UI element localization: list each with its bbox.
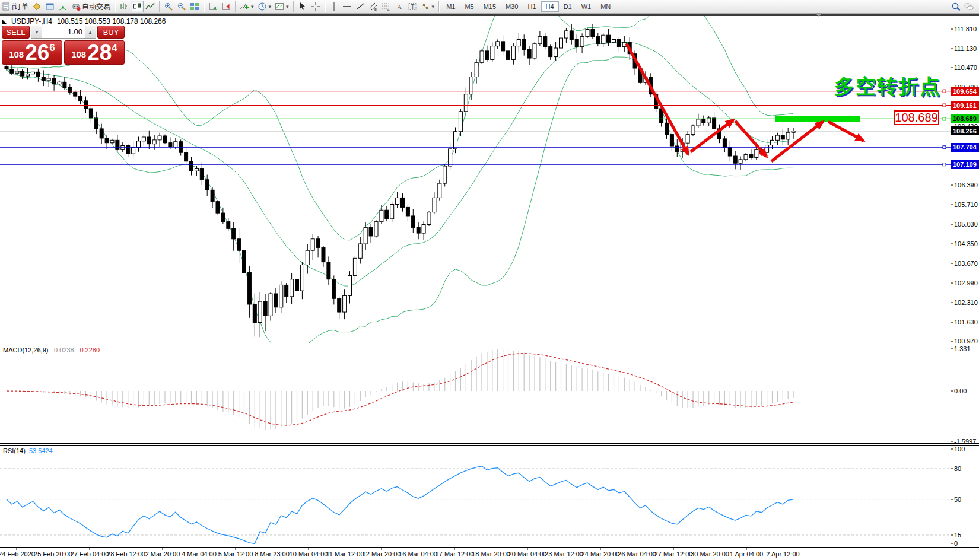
time-axis-label: 30 Mar 20:00 — [691, 551, 729, 558]
time-axis-label: 26 Mar 04:00 — [618, 551, 656, 558]
auto-scroll-icon — [208, 2, 218, 11]
sell-price-sup: 6 — [49, 42, 55, 54]
timeframe-bar: M1M5M15M30H1H4D1W1MN — [441, 1, 615, 12]
zoom-out-icon — [177, 2, 186, 11]
rsi-axis-label: 80 — [954, 465, 961, 472]
rsi-axis-label: 15 — [954, 532, 961, 539]
tile-windows-icon — [190, 2, 199, 11]
time-axis-label: 20 Mar 04:00 — [508, 551, 547, 558]
zoom-in-icon — [164, 2, 173, 11]
buy-price-big: 28 — [87, 43, 112, 63]
time-axis-label: 2 Apr 12:00 — [766, 551, 799, 558]
chart-window-icon — [45, 2, 55, 11]
svg-text:E: E — [374, 8, 377, 11]
timeframe-h4[interactable]: H4 — [541, 1, 559, 12]
auto-scroll-button[interactable] — [206, 1, 220, 12]
crosshair-button[interactable] — [309, 1, 322, 12]
search-button[interactable] — [949, 1, 962, 12]
svg-text:F: F — [387, 8, 390, 12]
price-level-badge: 109.654 — [951, 87, 979, 96]
time-axis-label: 24 Mar 20:00 — [581, 551, 620, 558]
price-level-badge: 109.161 — [951, 101, 979, 110]
zoom-out-button[interactable] — [175, 1, 188, 12]
time-axis-label: 17 Mar 12:00 — [436, 551, 474, 558]
auto-trading-label: 自动交易 — [82, 2, 110, 12]
chat-icon — [964, 2, 974, 11]
tile-windows-button[interactable] — [188, 1, 201, 12]
buy-price-prefix: 108 — [71, 49, 86, 59]
zoom-in-button[interactable] — [162, 1, 175, 12]
bar-chart-button[interactable] — [117, 1, 131, 12]
panel-splitter-handle[interactable] — [815, 13, 822, 17]
periods-button[interactable]: ▾ — [256, 1, 274, 12]
cursor-button[interactable] — [296, 1, 309, 12]
auto-trading-button[interactable]: 自动交易 — [69, 1, 112, 12]
chart-canvas[interactable] — [0, 0, 979, 560]
timeframe-m5[interactable]: M5 — [460, 1, 478, 12]
macd-axis-label: 1.331 — [954, 345, 971, 352]
trend-line-icon — [355, 2, 365, 11]
chart-shift-icon — [221, 2, 231, 11]
timeframe-d1[interactable]: D1 — [559, 1, 577, 12]
timeframe-h1[interactable]: H1 — [523, 1, 541, 12]
lot-size-box: ▼ 1.00 ▲ — [31, 26, 96, 39]
horizontal-line-button[interactable] — [341, 1, 354, 12]
time-axis-label: 18 Mar 20:00 — [472, 551, 510, 558]
lot-increase-button[interactable]: ▲ — [85, 26, 96, 38]
time-axis-label: 8 Mar 23:00 — [255, 551, 290, 558]
time-axis-label: 27 Feb 04:00 — [71, 551, 109, 558]
trend-line-button[interactable] — [354, 1, 367, 12]
price-axis-label: 103.670 — [954, 260, 978, 267]
gold-button[interactable] — [30, 1, 43, 12]
sell-price-button[interactable]: 108 26 6 — [2, 40, 62, 65]
signals-button[interactable] — [56, 1, 69, 12]
templates-button[interactable]: ▾ — [273, 1, 291, 12]
fibonacci-button[interactable]: F — [380, 1, 393, 12]
cursor-icon — [298, 2, 307, 11]
price-axis-label: 104.350 — [954, 240, 978, 247]
one-click-trading-panel: SELL ▼ 1.00 ▲ BUY 108 26 6 108 28 4 — [1, 25, 125, 65]
price-axis-label: 111.810 — [954, 26, 977, 33]
channel-button[interactable]: E — [367, 1, 380, 12]
chart-shift-button[interactable] — [220, 1, 233, 12]
lot-size-value[interactable]: 1.00 — [42, 26, 85, 38]
text-button[interactable]: A — [393, 1, 406, 12]
bar-chart-icon — [119, 2, 129, 11]
indicators-icon — [240, 2, 249, 11]
timeframe-m15[interactable]: M15 — [479, 1, 501, 12]
price-axis-label: 111.130 — [954, 45, 977, 52]
text-label-button[interactable]: T — [406, 1, 419, 12]
buy-button[interactable]: BUY — [97, 26, 125, 39]
lot-decrease-button[interactable]: ▼ — [31, 26, 42, 38]
timeframe-mn[interactable]: MN — [596, 1, 615, 12]
time-axis-label: 27 Mar 12:00 — [654, 551, 693, 558]
timeframe-w1[interactable]: W1 — [577, 1, 596, 12]
buy-price-sup: 4 — [112, 42, 117, 54]
line-chart-button[interactable] — [144, 1, 157, 12]
timeframe-m1[interactable]: M1 — [441, 1, 460, 12]
price-axis-label: 101.630 — [954, 319, 978, 326]
signals-icon — [58, 2, 68, 11]
candlestick-chart-icon — [132, 2, 142, 11]
chart-window-button[interactable] — [43, 1, 56, 12]
vertical-line-button[interactable] — [328, 1, 341, 12]
sell-button[interactable]: SELL — [2, 26, 30, 39]
chat-button[interactable] — [962, 1, 975, 12]
candlestick-chart-button[interactable] — [131, 1, 144, 12]
macd-title: MACD(12,26,9)-0.0238-0.2280 — [3, 346, 100, 354]
buy-price-button[interactable]: 108 28 4 — [64, 40, 125, 65]
new-order-button[interactable]: 新订单 — [0, 1, 30, 12]
time-axis-label: 28 Feb 12:00 — [107, 551, 145, 558]
svg-text:T: T — [411, 4, 414, 10]
rsi-label: RSI(14) — [3, 447, 26, 454]
new-order-label: 新订单 — [12, 2, 28, 11]
price-axis-label: 105.030 — [954, 221, 978, 228]
chart-title: USDJPY-,H4 108.515 108.553 108.178 108.2… — [2, 17, 166, 26]
rsi-axis-label: 50 — [954, 496, 961, 503]
arrows-button[interactable]: ▾ — [419, 1, 437, 12]
toolbar: 新订单 自动交易 ▾ ▾ ▾ E F A T ▾ — [0, 0, 979, 14]
rsi-value: 53.5424 — [29, 447, 53, 454]
indicators-button[interactable]: ▾ — [238, 1, 256, 12]
timeframe-m30[interactable]: M30 — [501, 1, 523, 12]
macd-main-value: -0.0238 — [52, 346, 74, 354]
